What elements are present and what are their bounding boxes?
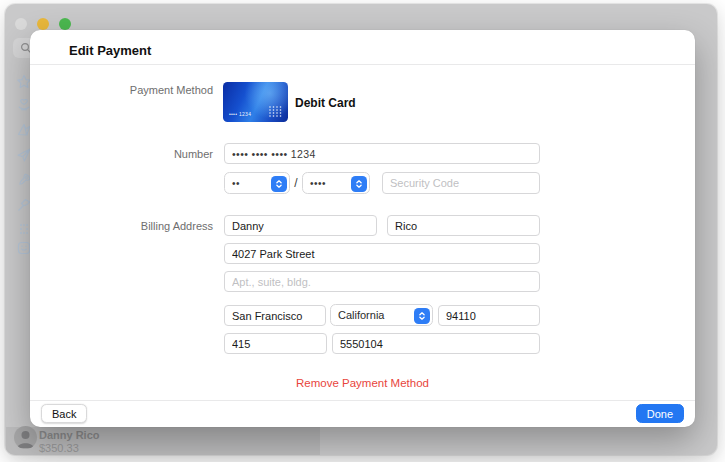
conversation-row[interactable]: Danny Rico $350.33 <box>6 427 320 455</box>
card-type-label: Debit Card <box>295 96 356 110</box>
conversation-name: Danny Rico <box>39 429 100 441</box>
first-name-field[interactable] <box>224 215 377 236</box>
back-button[interactable]: Back <box>41 404 87 423</box>
expiry-year-select[interactable]: •••• <box>302 172 370 194</box>
zip-field[interactable] <box>438 305 540 326</box>
minimize-button[interactable] <box>37 18 49 30</box>
stepper-icon[interactable] <box>351 176 367 192</box>
expiry-slash: / <box>291 176 301 190</box>
remove-payment-method-button[interactable]: Remove Payment Method <box>30 377 695 389</box>
conversation-amount: $350.33 <box>39 442 79 454</box>
card-dot-grid-icon <box>268 105 283 118</box>
sheet-title: Edit Payment <box>69 43 151 58</box>
screen: Danny Rico $350.33 Edit Payment Payment … <box>0 0 725 462</box>
street-field[interactable] <box>224 243 540 264</box>
state-value: California <box>338 309 384 321</box>
state-select[interactable]: California <box>330 304 433 326</box>
billing-address-label: Billing Address <box>50 220 213 232</box>
card-number-field[interactable] <box>224 143 540 164</box>
title-divider <box>30 64 695 65</box>
expiry-month-select[interactable]: •• <box>224 172 290 194</box>
card-last4: •••• 1234 <box>229 111 251 117</box>
last-name-field[interactable] <box>387 215 540 236</box>
avatar <box>14 426 37 449</box>
area-code-field[interactable] <box>224 333 327 354</box>
stepper-icon[interactable] <box>414 308 430 324</box>
footer-divider <box>30 400 695 401</box>
debit-card-image: •••• 1234 <box>223 82 288 122</box>
address-line2-field[interactable] <box>224 271 540 292</box>
edit-payment-sheet: Edit Payment Payment Method •••• 1234 De… <box>30 30 695 427</box>
close-button[interactable] <box>15 18 27 30</box>
zoom-button[interactable] <box>59 18 71 30</box>
security-code-field[interactable] <box>382 172 540 194</box>
expiry-month-value: •• <box>232 178 240 189</box>
number-label: Number <box>50 148 213 160</box>
city-field[interactable] <box>224 305 326 326</box>
payment-method-label: Payment Method <box>50 84 213 96</box>
expiry-year-value: •••• <box>310 178 326 189</box>
stepper-icon[interactable] <box>271 176 287 192</box>
done-button[interactable]: Done <box>636 404 684 423</box>
phone-field[interactable] <box>332 333 540 354</box>
